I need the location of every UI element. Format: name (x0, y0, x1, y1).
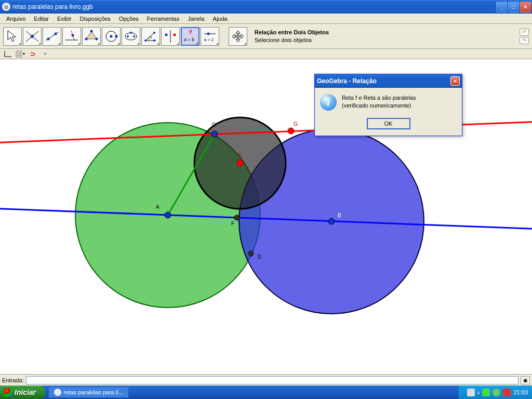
menu-arquivo[interactable]: Arquivo (2, 15, 30, 23)
tray-clock[interactable]: 21:03 (513, 389, 528, 395)
undo-button[interactable]: ↶ (520, 29, 529, 36)
system-tray[interactable]: ‹ 21:03 (458, 385, 532, 399)
svg-text:a = 2: a = 2 (204, 37, 214, 42)
svg-point-30 (207, 32, 210, 35)
tool-move[interactable] (3, 27, 22, 46)
svg-text:a = b: a = b (184, 37, 194, 42)
menu-editar[interactable]: Editar (30, 15, 53, 23)
tool-desc-title: Relação entre Dois Objetos (255, 29, 329, 36)
label-c: C (212, 122, 216, 128)
command-input[interactable] (26, 376, 518, 384)
input-bar: Entrada: ▣ (0, 374, 532, 385)
point-c[interactable] (211, 131, 218, 137)
tool-desc-hint: Selecione dois objetos (255, 36, 329, 44)
app-icon: ⊚ (2, 3, 10, 11)
tool-relation[interactable]: ?a = b (181, 27, 200, 46)
svg-point-17 (127, 35, 129, 37)
label-g: G (294, 121, 298, 127)
svg-point-18 (133, 35, 135, 37)
svg-point-8 (72, 34, 74, 36)
menubar: Arquivo Editar Exibir Disposições Opções… (0, 14, 532, 24)
svg-point-11 (96, 37, 98, 40)
tool-perpendicular[interactable] (62, 27, 81, 46)
label-f: F (231, 221, 234, 227)
axes-toggle[interactable] (3, 50, 12, 58)
svg-point-5 (55, 32, 57, 35)
info-icon: i (320, 94, 337, 111)
dialog-line1: Reta f e Reta a são paralelas (342, 94, 416, 102)
tool-conic[interactable] (122, 27, 140, 46)
menu-janela[interactable]: Janela (183, 15, 208, 23)
label-e: E (238, 152, 242, 158)
tray-skype-icon[interactable] (493, 389, 500, 396)
label-b: B (338, 212, 341, 218)
svg-point-10 (90, 30, 93, 32)
svg-point-26 (174, 33, 176, 36)
tray-chevron-icon[interactable]: ‹ (477, 389, 480, 396)
toolbar: α ?a = b a = 2 Relação entre Dois Objeto… (0, 24, 532, 49)
svg-point-21 (144, 39, 147, 42)
tool-slider[interactable]: a = 2 (201, 27, 219, 46)
tool-polygon[interactable] (82, 27, 101, 46)
svg-point-25 (165, 33, 168, 36)
magnet-toggle[interactable]: ⊃ (28, 50, 37, 58)
label-d: D (258, 254, 261, 260)
tray-avira-icon[interactable] (503, 389, 511, 396)
svg-point-15 (115, 35, 118, 37)
svg-point-23 (153, 39, 155, 42)
point-b[interactable] (328, 218, 335, 224)
tool-description: Relação entre Dois Objetos Selecione doi… (255, 29, 329, 44)
dialog-titlebar[interactable]: GeoGebra - Relação × (315, 74, 462, 88)
point-g[interactable] (288, 128, 294, 134)
maximize-button[interactable]: □ (508, 2, 519, 12)
menu-ferramentas[interactable]: Ferramentas (143, 15, 183, 23)
view-options-bar: ▾ ⊃ ▾ (0, 49, 532, 59)
tool-move-view[interactable] (229, 27, 247, 46)
tray-keyboard-icon[interactable] (467, 389, 475, 396)
svg-text:α: α (150, 35, 152, 39)
point-f[interactable] (234, 215, 240, 220)
menu-disposicoes[interactable]: Disposições (76, 15, 115, 23)
window-titlebar: ⊚ retas paralelas para livro.ggb _ □ × (0, 0, 532, 14)
svg-point-2 (31, 35, 34, 38)
options-dropdown[interactable]: ▾ (41, 50, 50, 58)
point-e[interactable] (237, 160, 243, 166)
dialog-message: Reta f e Reta a são paralelas (verificad… (342, 94, 416, 110)
input-label: Entrada: (2, 377, 24, 383)
point-a[interactable] (165, 212, 171, 218)
close-button[interactable]: × (520, 2, 531, 12)
label-a: A (156, 204, 159, 210)
svg-point-12 (85, 37, 88, 40)
menu-ajuda[interactable]: Ajuda (209, 15, 232, 23)
taskbar-item-geogebra[interactable]: retas paralelas para li... (48, 387, 128, 398)
tool-reflect[interactable] (161, 27, 180, 46)
relation-dialog: GeoGebra - Relação × i Reta f e Reta a s… (314, 74, 462, 136)
redo-button[interactable]: ↷ (520, 37, 529, 44)
dialog-ok-button[interactable]: OK (367, 118, 410, 129)
svg-point-4 (47, 37, 50, 40)
svg-text:?: ? (189, 29, 192, 35)
svg-point-14 (110, 35, 113, 37)
menu-exibir[interactable]: Exibir (53, 15, 76, 23)
minimize-button[interactable]: _ (496, 2, 507, 12)
grid-toggle[interactable]: ▾ (16, 50, 25, 58)
input-helper-button[interactable]: ▣ (521, 376, 530, 384)
dialog-line2: (verificado numericamente) (342, 102, 416, 110)
dialog-title: GeoGebra - Relação (317, 77, 450, 85)
tool-circle[interactable] (102, 27, 121, 46)
svg-point-22 (153, 32, 155, 34)
point-d[interactable] (248, 251, 254, 256)
dialog-close-button[interactable]: × (450, 76, 460, 86)
tray-network-icon[interactable] (482, 389, 490, 396)
menu-opcoes[interactable]: Opções (115, 15, 143, 23)
window-title: retas paralelas para livro.ggb (12, 3, 496, 10)
svg-point-19 (130, 32, 132, 34)
start-button[interactable]: Iniciar (0, 385, 45, 399)
tool-point[interactable] (23, 27, 42, 46)
tool-line[interactable] (43, 27, 61, 46)
tool-angle[interactable]: α (141, 27, 160, 46)
windows-taskbar: Iniciar retas paralelas para li... ‹ 21:… (0, 385, 532, 399)
